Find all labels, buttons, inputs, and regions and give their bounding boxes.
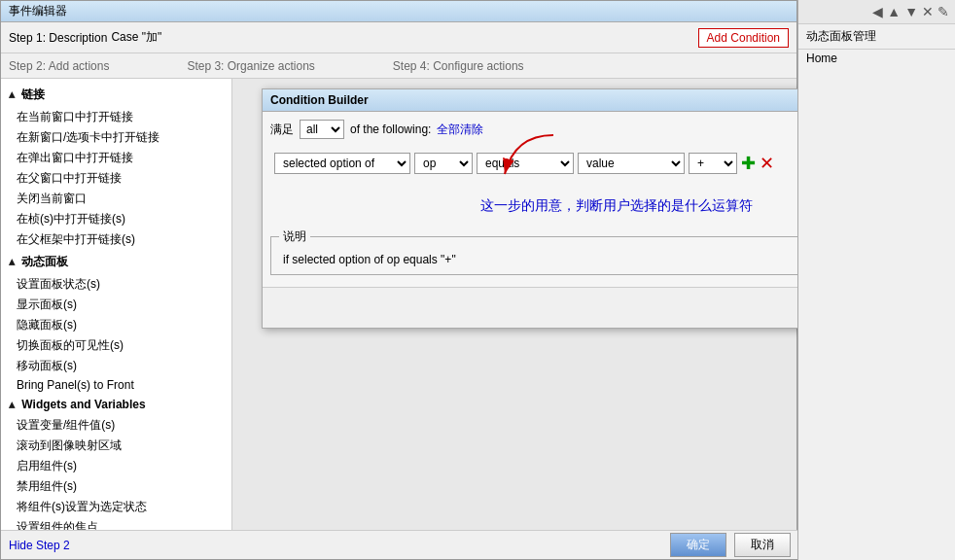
category-arrow-icon: ▴ bbox=[9, 88, 15, 101]
main-cancel-button[interactable]: 取消 bbox=[734, 533, 791, 557]
main-window: 事件编辑器 Step 1: Description Case "加" Add C… bbox=[0, 0, 797, 560]
bottom-bar: Hide Step 2 确定 取消 bbox=[1, 530, 798, 559]
list-item[interactable]: 禁用组件(s) bbox=[1, 476, 231, 497]
category-widgets-label: Widgets and Variables bbox=[21, 398, 145, 411]
add-condition-button[interactable]: Add Condition bbox=[698, 28, 789, 48]
clear-all-link[interactable]: 全部清除 bbox=[437, 122, 483, 138]
step1-value: Case "加" bbox=[111, 29, 161, 46]
hide-step-link[interactable]: Hide Step 2 bbox=[9, 539, 70, 552]
list-item[interactable]: Bring Panel(s) to Front bbox=[1, 376, 231, 394]
panel-delete-icon[interactable]: ✕ bbox=[922, 4, 934, 19]
bottom-buttons: 确定 取消 bbox=[670, 533, 791, 557]
title-bar: 事件编辑器 bbox=[1, 1, 796, 22]
dialog-title: Condition Builder bbox=[270, 93, 369, 107]
op-select[interactable]: op bbox=[414, 153, 473, 174]
panel-edit-icon[interactable]: ✎ bbox=[937, 4, 949, 19]
main-ok-button[interactable]: 确定 bbox=[670, 533, 726, 557]
list-item[interactable]: 启用组件(s) bbox=[1, 456, 231, 476]
list-item[interactable]: 切换面板的可见性(s) bbox=[1, 335, 231, 356]
satisfy-select[interactable]: all any bbox=[300, 120, 344, 139]
list-item[interactable]: 隐藏面板(s) bbox=[1, 315, 231, 335]
list-item[interactable]: 将组件(s)设置为选定状态 bbox=[1, 497, 231, 517]
list-item[interactable]: 滚动到图像映射区域 bbox=[1, 436, 231, 456]
plus-select[interactable]: + bbox=[689, 153, 737, 174]
satisfy-following: of the following: bbox=[350, 122, 431, 136]
equals-select[interactable]: equals bbox=[477, 153, 574, 174]
panel-up-icon[interactable]: ▲ bbox=[887, 4, 901, 19]
add-condition-icon[interactable]: ✚ bbox=[741, 153, 756, 174]
list-item[interactable]: 在新窗口/选项卡中打开链接 bbox=[1, 127, 231, 148]
list-item[interactable]: 移动面板(s) bbox=[1, 356, 231, 376]
step3-label: Step 3: Organize actions bbox=[187, 59, 314, 73]
right-panel-title: 动态面板管理 bbox=[798, 24, 955, 50]
list-item[interactable]: 设置面板状态(s) bbox=[1, 274, 231, 295]
list-item[interactable]: 关闭当前窗口 bbox=[1, 189, 231, 209]
list-item[interactable]: 在弹出窗口中打开链接 bbox=[1, 148, 231, 168]
panel-back-icon[interactable]: ◀ bbox=[872, 4, 883, 19]
right-area: Condition Builder 满足 all any of the foll… bbox=[232, 79, 796, 532]
right-panel-home: Home bbox=[798, 50, 955, 67]
category-links-label: 链接 bbox=[21, 88, 45, 101]
list-item[interactable]: 在桢(s)中打开链接(s) bbox=[1, 209, 231, 229]
category-widgets: ▴ Widgets and Variables bbox=[1, 394, 231, 415]
steps-bar: Step 2: Add actions Step 3: Organize act… bbox=[1, 53, 796, 79]
panel-down-icon[interactable]: ▼ bbox=[904, 4, 918, 19]
value-select[interactable]: value bbox=[578, 153, 685, 174]
category-panel: ▴ 动态面板 bbox=[1, 250, 231, 274]
left-panel: ▴ 链接 在当前窗口中打开链接 在新窗口/选项卡中打开链接 在弹出窗口中打开链接… bbox=[1, 79, 232, 532]
description-legend: 说明 bbox=[279, 228, 310, 245]
category-links: ▴ 链接 bbox=[1, 83, 231, 107]
category-arrow-icon2: ▴ bbox=[9, 255, 15, 268]
list-item[interactable]: 在父框架中打开链接(s) bbox=[1, 229, 231, 250]
list-item[interactable]: 设置变量/组件值(s) bbox=[1, 415, 231, 436]
step2-label: Step 2: Add actions bbox=[9, 59, 109, 73]
list-item[interactable]: 在当前窗口中打开链接 bbox=[1, 107, 231, 127]
step1-label: Step 1: Description bbox=[9, 31, 107, 45]
list-item[interactable]: 在父窗口中打开链接 bbox=[1, 168, 231, 189]
main-content: ▴ 链接 在当前窗口中打开链接 在新窗口/选项卡中打开链接 在弹出窗口中打开链接… bbox=[1, 79, 796, 532]
field-select[interactable]: selected option of bbox=[274, 153, 410, 174]
satisfy-label: 满足 bbox=[270, 122, 294, 138]
window-title: 事件编辑器 bbox=[9, 3, 67, 19]
list-item[interactable]: 显示面板(s) bbox=[1, 295, 231, 315]
category-panel-label: 动态面板 bbox=[21, 255, 68, 268]
right-panel-toolbar: ◀ ▲ ▼ ✕ ✎ bbox=[798, 0, 955, 24]
delete-condition-icon[interactable]: ✕ bbox=[760, 153, 774, 174]
category-arrow-icon3: ▴ bbox=[9, 398, 15, 411]
step1-bar: Step 1: Description Case "加" Add Conditi… bbox=[1, 22, 796, 53]
right-panel: ◀ ▲ ▼ ✕ ✎ 动态面板管理 Home bbox=[797, 0, 955, 560]
step4-label: Step 4: Configure actions bbox=[393, 59, 524, 73]
